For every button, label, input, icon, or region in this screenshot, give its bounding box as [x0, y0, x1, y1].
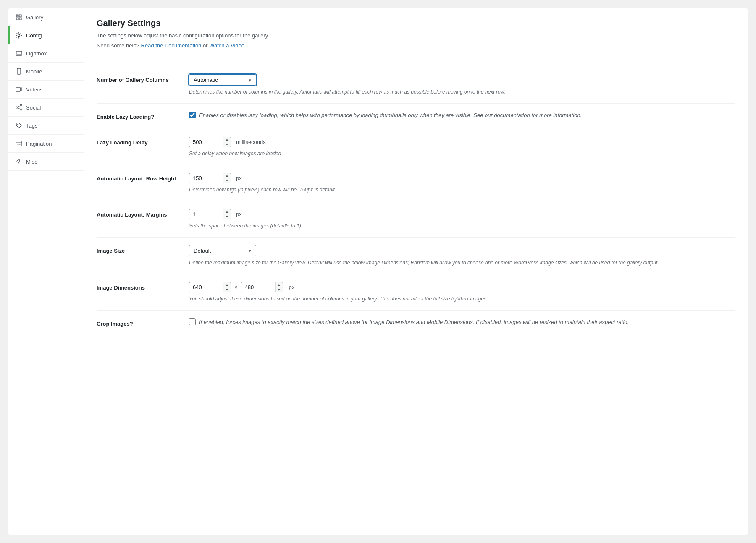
- crop-images-row: Crop Images? If enabled, forces images t…: [97, 311, 735, 336]
- svg-point-7: [20, 109, 22, 110]
- social-icon: [15, 104, 23, 111]
- dimensions-separator: ×: [234, 284, 238, 290]
- lazy-loading-row: Enable Lazy Loading? Enables or disables…: [97, 104, 735, 129]
- sidebar-item-pagination[interactable]: Pagination: [8, 135, 84, 153]
- lazy-loading-delay-up[interactable]: ▲: [223, 137, 231, 142]
- misc-icon: [15, 158, 23, 165]
- image-dimensions-row: Image Dimensions ▲ ▼ ×: [97, 274, 735, 311]
- crop-images-checkbox-row: If enabled, forces images to exactly mat…: [189, 318, 735, 326]
- svg-rect-10: [16, 141, 22, 146]
- gallery-columns-row: Number of Gallery Columns Automatic 1 2 …: [97, 67, 735, 104]
- lazy-loading-delay-wrapper: ▲ ▼: [189, 137, 231, 147]
- crop-images-label: Crop Images?: [97, 318, 189, 328]
- image-size-select[interactable]: Default Thumbnail Medium Large Full Rand…: [189, 245, 256, 256]
- page-description-line2: Need some help? Read the Documentation o…: [97, 42, 735, 50]
- row-height-label: Automatic Layout: Row Height: [97, 173, 189, 183]
- margins-spinners: ▲ ▼: [223, 209, 231, 219]
- settings-table: Number of Gallery Columns Automatic 1 2 …: [97, 67, 735, 335]
- margins-description: Sets the space between the images (defau…: [189, 222, 735, 230]
- lazy-loading-delay-down[interactable]: ▼: [223, 142, 231, 147]
- sidebar-item-gallery-label: Gallery: [26, 14, 43, 21]
- image-size-label: Image Size: [97, 245, 189, 255]
- margins-label: Automatic Layout: Margins: [97, 209, 189, 219]
- image-dimensions-description: You should adjust these dimensions based…: [189, 295, 735, 303]
- sidebar-item-videos[interactable]: Videos: [8, 81, 84, 99]
- image-width-wrapper: ▲ ▼: [189, 282, 231, 292]
- row-height-unit: px: [236, 175, 242, 181]
- sidebar-item-misc[interactable]: Misc: [8, 153, 84, 171]
- sidebar-item-social-label: Social: [26, 104, 41, 111]
- sidebar-item-tags[interactable]: Tags: [8, 117, 84, 135]
- margins-wrapper: ▲ ▼: [189, 209, 231, 219]
- lazy-loading-delay-description: Set a delay when new images are loaded: [189, 150, 735, 157]
- sidebar-item-videos-label: Videos: [26, 86, 43, 93]
- image-height-spinners: ▲ ▼: [275, 282, 283, 292]
- svg-rect-2: [17, 52, 21, 55]
- margins-unit: px: [236, 211, 242, 217]
- config-icon: [15, 31, 23, 39]
- lazy-loading-delay-control: ▲ ▼ milliseconds Set a delay when new im…: [189, 137, 735, 157]
- image-dimensions-inputs: ▲ ▼ × ▲ ▼ px: [189, 282, 735, 292]
- sidebar-item-config-label: Config: [26, 32, 42, 39]
- image-height-up[interactable]: ▲: [276, 282, 283, 287]
- gallery-columns-description: Determines the number of columns in the …: [189, 88, 735, 96]
- crop-images-control: If enabled, forces images to exactly mat…: [189, 318, 735, 326]
- gallery-columns-select-wrapper: Automatic 1 2 3 4 5 6: [189, 74, 256, 86]
- pagination-icon: [15, 140, 23, 147]
- sidebar-item-social[interactable]: Social: [8, 99, 84, 117]
- row-height-wrapper: ▲ ▼: [189, 173, 231, 183]
- lazy-loading-description: Enables or disables lazy loading, which …: [199, 111, 582, 120]
- row-height-row: Automatic Layout: Row Height ▲ ▼ px Dete…: [97, 165, 735, 201]
- gallery-icon: [15, 13, 23, 21]
- row-height-spinners: ▲ ▼: [223, 173, 231, 183]
- image-width-down[interactable]: ▼: [223, 287, 231, 292]
- sidebar-item-config[interactable]: Config: [8, 26, 84, 44]
- sidebar-item-lightbox-label: Lightbox: [26, 50, 47, 57]
- watch-video-link[interactable]: Watch a Video: [209, 42, 244, 49]
- crop-images-checkbox[interactable]: [189, 318, 196, 325]
- svg-point-6: [20, 104, 22, 106]
- sidebar-item-mobile[interactable]: Mobile: [8, 63, 84, 81]
- row-height-control: ▲ ▼ px Determines how high (in pixels) e…: [189, 173, 735, 193]
- row-height-down[interactable]: ▼: [223, 178, 231, 183]
- videos-icon: [15, 86, 23, 93]
- mobile-icon: [15, 68, 23, 75]
- read-documentation-link[interactable]: Read the Documentation: [141, 42, 202, 49]
- row-height-description: Determines how high (in pixels) each row…: [189, 186, 735, 193]
- margins-down[interactable]: ▼: [223, 214, 231, 219]
- header-divider: [97, 58, 735, 58]
- lazy-loading-delay-label: Lazy Loading Delay: [97, 137, 189, 147]
- image-dimensions-unit: px: [289, 284, 295, 290]
- image-size-control: Default Thumbnail Medium Large Full Rand…: [189, 245, 735, 266]
- sidebar-item-tags-label: Tags: [26, 123, 37, 129]
- margins-up[interactable]: ▲: [223, 209, 231, 214]
- margins-control: ▲ ▼ px Sets the space between the images…: [189, 209, 735, 230]
- tags-icon: [15, 122, 23, 129]
- image-size-description: Define the maximum image size for the Ga…: [189, 259, 735, 266]
- svg-point-4: [18, 73, 19, 74]
- sidebar-item-gallery[interactable]: Gallery: [8, 8, 84, 26]
- svg-point-0: [18, 34, 20, 37]
- sidebar-item-mobile-label: Mobile: [26, 68, 42, 75]
- main-content: Gallery Settings The settings below adju…: [84, 8, 748, 535]
- image-height-down[interactable]: ▼: [276, 287, 283, 292]
- page-title: Gallery Settings: [97, 18, 735, 28]
- svg-rect-5: [16, 87, 20, 91]
- image-size-select-wrapper: Default Thumbnail Medium Large Full Rand…: [189, 245, 256, 256]
- image-width-up[interactable]: ▲: [223, 282, 231, 287]
- svg-point-9: [17, 124, 18, 125]
- svg-point-11: [19, 159, 20, 160]
- lazy-loading-checkbox[interactable]: [189, 112, 196, 118]
- lightbox-icon: [15, 50, 23, 57]
- page-description-line1: The settings below adjust the basic conf…: [97, 31, 735, 40]
- lazy-loading-delay-row: Lazy Loading Delay ▲ ▼ milliseconds Set …: [97, 129, 735, 165]
- lazy-loading-control: Enables or disables lazy loading, which …: [189, 111, 735, 120]
- margins-row: Automatic Layout: Margins ▲ ▼ px Sets th…: [97, 201, 735, 238]
- lazy-loading-label: Enable Lazy Loading?: [97, 111, 189, 121]
- image-width-spinners: ▲ ▼: [223, 282, 231, 292]
- image-dimensions-label: Image Dimensions: [97, 282, 189, 292]
- row-height-up[interactable]: ▲: [223, 173, 231, 178]
- sidebar-item-lightbox[interactable]: Lightbox: [8, 44, 84, 63]
- sidebar-item-pagination-label: Pagination: [26, 141, 52, 147]
- gallery-columns-select[interactable]: Automatic 1 2 3 4 5 6: [189, 74, 256, 86]
